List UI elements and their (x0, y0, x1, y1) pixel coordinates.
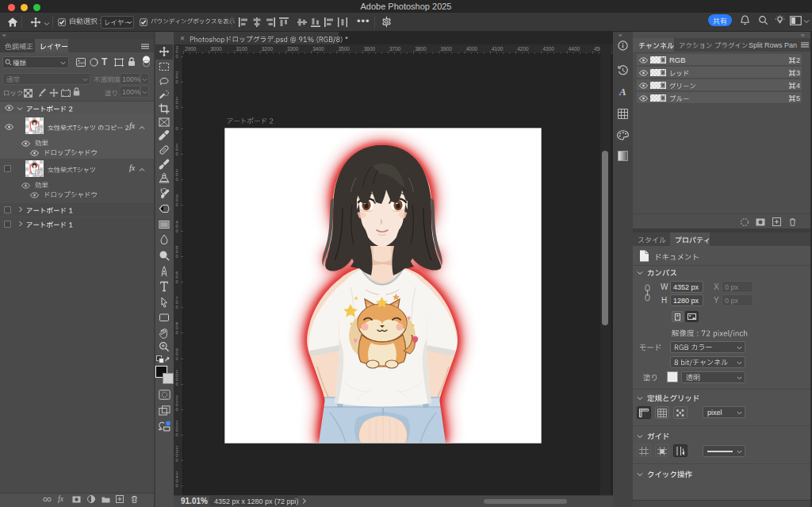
svg-text:0: 0 (176, 279, 178, 284)
svg-text:3100: 3100 (236, 46, 248, 52)
svg-text:0: 0 (176, 356, 178, 361)
svg-text:0: 0 (176, 177, 178, 182)
svg-text:4200: 4200 (517, 46, 529, 52)
svg-text:3700: 3700 (389, 46, 401, 52)
svg-text:4400: 4400 (569, 46, 580, 52)
svg-text:0: 0 (176, 126, 178, 131)
svg-text:0: 0 (176, 407, 178, 412)
svg-text:0: 0 (176, 79, 178, 84)
svg-text:0: 0 (176, 202, 178, 207)
svg-text:3300: 3300 (287, 46, 299, 52)
svg-text:0: 0 (176, 330, 178, 335)
svg-text:0: 0 (176, 305, 178, 309)
svg-text:3800: 3800 (415, 46, 427, 52)
svg-text:3400: 3400 (312, 46, 324, 52)
svg-text:3600: 3600 (364, 46, 376, 52)
svg-text:0: 0 (176, 54, 178, 59)
svg-text:0: 0 (176, 152, 178, 156)
svg-text:4000: 4000 (466, 46, 478, 52)
svg-text:3000: 3000 (210, 46, 222, 52)
svg-text:0: 0 (176, 458, 178, 463)
svg-text:2900: 2900 (185, 46, 197, 52)
svg-text:3200: 3200 (262, 46, 274, 52)
svg-text:0: 0 (176, 229, 178, 233)
svg-text:0: 0 (176, 483, 178, 488)
svg-text:3500: 3500 (339, 46, 350, 52)
svg-text:3900: 3900 (441, 46, 453, 52)
svg-text:0: 0 (176, 382, 178, 386)
svg-text:0: 0 (176, 254, 178, 259)
svg-text:0: 0 (176, 105, 178, 109)
svg-text:4100: 4100 (492, 46, 504, 52)
svg-text:4300: 4300 (543, 46, 555, 52)
svg-text:0: 0 (176, 432, 178, 437)
